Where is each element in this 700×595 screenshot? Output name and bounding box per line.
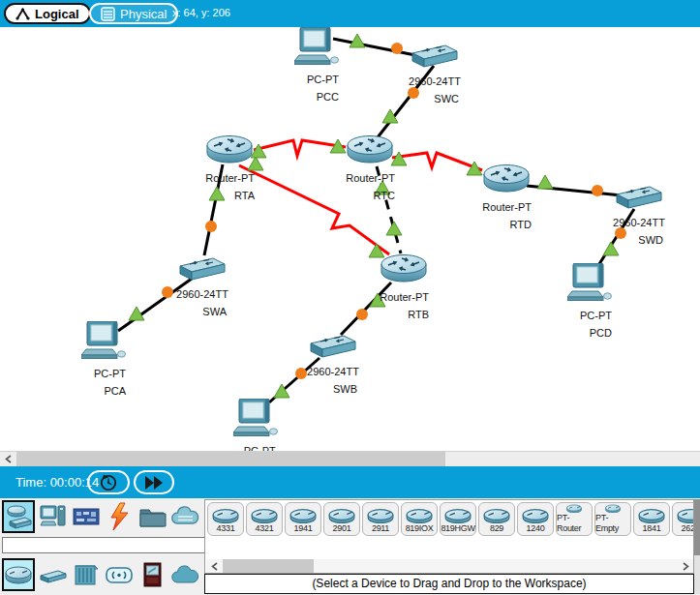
activity-dot-icon bbox=[295, 368, 307, 379]
router-icon bbox=[676, 506, 694, 523]
wireless-icon bbox=[105, 560, 134, 589]
link-RTC-RTD[interactable] bbox=[391, 152, 482, 175]
security-device-icon bbox=[137, 560, 167, 589]
palette-vertical-scrollbar[interactable] bbox=[694, 499, 700, 594]
device-model-button[interactable]: PT-Empty bbox=[594, 502, 631, 536]
activity-dot-icon bbox=[356, 309, 368, 320]
device-model-button[interactable]: 4331 bbox=[207, 502, 244, 536]
device-model-button[interactable]: 829 bbox=[478, 502, 515, 536]
scroll-left-icon[interactable] bbox=[206, 559, 222, 573]
switch-icon bbox=[309, 331, 357, 358]
subcategory-wan-emulation[interactable] bbox=[168, 558, 201, 591]
device-SWB[interactable]: 2960-24TT SWB bbox=[309, 331, 357, 397]
device-palette: 4331 4321 1941 2901 2911 819IOX bbox=[0, 498, 700, 595]
device-PCB[interactable]: PC-PT bbox=[233, 399, 278, 459]
switch-icon bbox=[178, 253, 227, 281]
logical-topology-icon bbox=[15, 7, 30, 20]
network-devices-icon bbox=[4, 502, 33, 531]
power-cycle-button[interactable] bbox=[87, 470, 130, 494]
tab-physical[interactable]: Physical bbox=[89, 3, 178, 24]
link-up-triangle-icon bbox=[350, 34, 365, 47]
device-SWC[interactable]: 2960-24TT SWC bbox=[411, 41, 459, 106]
device-RTD[interactable]: Router-PT RTD bbox=[481, 163, 532, 232]
category-end-devices[interactable] bbox=[37, 500, 70, 533]
router-icon bbox=[405, 506, 434, 523]
subcategory-routers[interactable] bbox=[2, 558, 35, 591]
category-miscellaneous[interactable] bbox=[136, 500, 168, 533]
workspace-canvas[interactable]: PC-PT PCC 2960-24TT SWC Router-PT RTA Ro… bbox=[0, 27, 700, 451]
category-multiuser[interactable] bbox=[168, 500, 201, 533]
router-icon bbox=[637, 506, 666, 523]
folder-icon bbox=[137, 502, 167, 531]
link-RTA-RTC[interactable] bbox=[251, 139, 346, 158]
device-model-button[interactable]: 2911 bbox=[362, 502, 399, 536]
category-connections[interactable] bbox=[103, 500, 136, 533]
activity-dot-icon bbox=[162, 286, 173, 298]
device-model-button[interactable]: 2620 bbox=[672, 502, 694, 536]
device-PCA[interactable]: PC-PT PCA bbox=[81, 321, 126, 399]
device-PCC[interactable]: PC-PT PCC bbox=[294, 27, 339, 104]
subcategory-hubs[interactable] bbox=[70, 558, 103, 591]
pc-icon bbox=[567, 263, 612, 302]
lightning-bolt-icon bbox=[105, 502, 134, 531]
router-icon bbox=[211, 506, 240, 523]
router-icon bbox=[289, 506, 318, 523]
router-icon bbox=[598, 503, 627, 513]
router-icon bbox=[250, 506, 279, 523]
device-RTC[interactable]: Router-PT RTC bbox=[345, 134, 395, 203]
subcategory-wireless-devices[interactable] bbox=[103, 558, 136, 591]
device-SWD[interactable]: 2960-24TT SWD bbox=[615, 182, 663, 248]
scroll-right-icon[interactable] bbox=[678, 559, 693, 573]
canvas-horizontal-scrollbar[interactable] bbox=[0, 451, 700, 466]
tab-logical[interactable]: Logical bbox=[4, 3, 91, 24]
palette-status-hint: (Select a Device to Drag and Drop to the… bbox=[204, 574, 694, 594]
device-SWA[interactable]: 2960-24TT SWA bbox=[178, 253, 227, 319]
router-icon bbox=[379, 253, 429, 283]
tab-logical-label: Logical bbox=[35, 7, 79, 21]
router-icon bbox=[482, 506, 511, 523]
device-model-button[interactable]: 4321 bbox=[246, 502, 283, 536]
pc-icon bbox=[294, 27, 339, 66]
device-model-button[interactable]: PT-Router bbox=[556, 502, 593, 536]
router-icon bbox=[521, 506, 550, 523]
pc-icon bbox=[81, 321, 126, 360]
canvas-scrollbar-thumb[interactable] bbox=[16, 452, 445, 466]
router-icon bbox=[560, 503, 589, 513]
scroll-left-icon[interactable] bbox=[0, 452, 16, 466]
device-model-button[interactable]: 819HGW bbox=[440, 502, 476, 536]
components-board-icon bbox=[72, 502, 101, 531]
tab-physical-label: Physical bbox=[120, 7, 167, 21]
link-up-triangle-icon bbox=[537, 175, 553, 189]
device-model-button[interactable]: 2901 bbox=[323, 502, 360, 536]
category-network-devices[interactable] bbox=[2, 500, 35, 533]
top-toolbar: Logical Physical x: 64, y: 206 bbox=[0, 0, 700, 28]
device-model-button[interactable]: 1841 bbox=[633, 502, 670, 536]
device-RTA[interactable]: Router-PT RTA bbox=[204, 134, 255, 203]
palette-horizontal-scrollbar[interactable] bbox=[206, 559, 693, 573]
cursor-coordinates: x: 64, y: 206 bbox=[172, 7, 230, 18]
switch-icon bbox=[411, 41, 459, 68]
device-RTB[interactable]: Router-PT RTB bbox=[379, 253, 429, 322]
device-model-button[interactable]: 1941 bbox=[285, 502, 321, 536]
activity-dot-icon bbox=[391, 43, 403, 54]
palette-scrollbar-thumb[interactable] bbox=[223, 559, 314, 573]
selected-device-name-box[interactable] bbox=[2, 537, 206, 553]
palette-vscrollbar-thumb[interactable] bbox=[694, 499, 700, 555]
device-model-button[interactable]: 1240 bbox=[517, 502, 554, 536]
device-PCD[interactable]: PC-PT PCD bbox=[567, 263, 612, 341]
subcategory-security[interactable] bbox=[136, 558, 168, 591]
subcategory-switches[interactable] bbox=[37, 558, 70, 591]
reset-clock-icon bbox=[98, 473, 119, 492]
router-icon bbox=[345, 134, 395, 164]
fast-forward-time-button[interactable] bbox=[134, 470, 174, 494]
router-icon bbox=[366, 506, 395, 523]
category-components[interactable] bbox=[70, 500, 103, 533]
simulation-time-bar: Time: 00:00:14 bbox=[0, 466, 700, 498]
end-devices-icon bbox=[39, 502, 68, 531]
router-icon bbox=[443, 506, 472, 523]
wan-cloud-icon bbox=[170, 560, 199, 589]
multiuser-cloud-icon bbox=[170, 502, 199, 531]
link-RTD-SWD[interactable] bbox=[527, 175, 622, 196]
device-model-button[interactable]: 819IOX bbox=[401, 502, 438, 536]
router-icon bbox=[204, 134, 255, 164]
